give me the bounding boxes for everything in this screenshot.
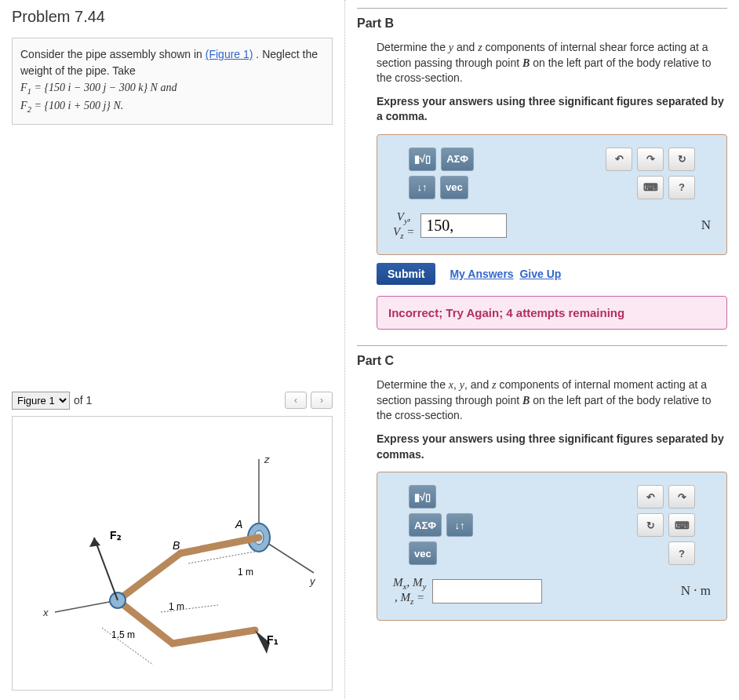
help-button[interactable]: ?	[668, 541, 695, 565]
part-c-var-label: Mx, My, Mz =	[393, 576, 426, 606]
dim-15m: 1.5 m	[111, 629, 135, 640]
part-b-input[interactable]	[420, 213, 507, 238]
template-button[interactable]: ▮√▯	[409, 485, 436, 509]
subscript-button[interactable]: ↓↑	[409, 176, 435, 199]
part-c-instr: Express your answers using three signifi…	[357, 432, 727, 462]
part-b-feedback: Incorrect; Try Again; 4 attempts remaini…	[377, 296, 727, 330]
part-b-var-label: Vy,Vz =	[393, 210, 414, 240]
svg-marker-12	[89, 538, 100, 547]
part-c-desc: Determine the x, y, and z components of …	[357, 377, 727, 424]
part-c-answer-box: ▮√▯ ↶ ↷ ΑΣΦ ↓↑ ↻ ⌨ vec ?	[377, 472, 727, 621]
force1: F1 = {150 i − 300 j − 300 k} N and	[20, 82, 177, 93]
svg-line-5	[180, 538, 259, 553]
vec-button[interactable]: vec	[440, 176, 468, 199]
part-b-instr: Express your answers using three signifi…	[357, 94, 727, 125]
label-F1: F₁	[267, 633, 278, 646]
figure-prev-button[interactable]: ‹	[285, 392, 307, 409]
problem-title: Problem 7.44	[12, 8, 333, 26]
axis-y-label: y	[309, 575, 316, 587]
redo-button[interactable]: ↷	[637, 148, 664, 171]
axis-z-label: z	[264, 454, 270, 465]
figure-header: Figure 1 of 1 ‹ ›	[12, 392, 333, 410]
svg-line-6	[118, 553, 180, 600]
reset-button[interactable]: ↻	[668, 148, 695, 171]
subscript-button[interactable]: ↓↑	[446, 513, 473, 537]
dim-1m-a: 1 m	[238, 567, 253, 578]
svg-line-13	[188, 552, 255, 563]
symbols-button[interactable]: ΑΣΦ	[441, 148, 474, 171]
part-b: Part B Determine the y and z components …	[357, 8, 727, 330]
undo-button[interactable]: ↶	[637, 485, 664, 509]
svg-line-11	[94, 538, 118, 600]
force2: F2 = {100 i + 500 j} N.	[20, 100, 123, 111]
keyboard-button[interactable]: ⌨	[637, 176, 664, 199]
keyboard-button[interactable]: ⌨	[668, 513, 695, 537]
label-B: B	[173, 539, 180, 552]
svg-line-2	[55, 600, 118, 612]
part-b-unit: N	[701, 217, 711, 233]
symbols-button[interactable]: ΑΣΦ	[409, 513, 442, 537]
label-A: A	[235, 518, 242, 530]
part-b-submit-button[interactable]: Submit	[377, 263, 435, 285]
part-c-unit: N · m	[681, 583, 711, 599]
redo-button[interactable]: ↷	[668, 485, 695, 509]
template-button[interactable]: ▮√▯	[409, 148, 436, 171]
axis-x-label: x	[42, 607, 49, 618]
vec-button[interactable]: vec	[409, 541, 437, 565]
figure-count: of 1	[74, 394, 92, 407]
part-c-title: Part C	[357, 354, 727, 368]
help-button[interactable]: ?	[668, 176, 695, 199]
figure-next-button[interactable]: ›	[311, 392, 333, 409]
label-F2: F₂	[110, 529, 122, 541]
problem-statement: Consider the pipe assembly shown in (Fig…	[12, 38, 333, 125]
part-c: Part C Determine the x, y, and z compone…	[357, 345, 727, 621]
pipe-assembly-figure: z y x A B F₂ F₁ 1 m 1 m	[24, 436, 322, 671]
part-b-title: Part B	[357, 16, 727, 31]
svg-line-8	[173, 630, 255, 643]
part-b-desc: Determine the y and z components of inte…	[357, 40, 727, 86]
intro-text-pre: Consider the pipe assembly shown in	[20, 48, 206, 60]
figure-viewport: z y x A B F₂ F₁ 1 m 1 m	[12, 416, 333, 691]
my-answers-link[interactable]: My Answers	[450, 268, 513, 280]
undo-button[interactable]: ↶	[606, 148, 632, 171]
figure-link[interactable]: (Figure 1)	[206, 48, 253, 60]
part-b-answer-box: ▮√▯ ΑΣΦ ↶ ↷ ↻ ↓↑ vec ⌨ ? Vy,Vz =	[377, 134, 727, 255]
reset-button[interactable]: ↻	[637, 513, 664, 537]
part-c-input[interactable]	[432, 579, 542, 603]
figure-select[interactable]: Figure 1	[12, 392, 70, 410]
give-up-link[interactable]: Give Up	[519, 268, 561, 280]
